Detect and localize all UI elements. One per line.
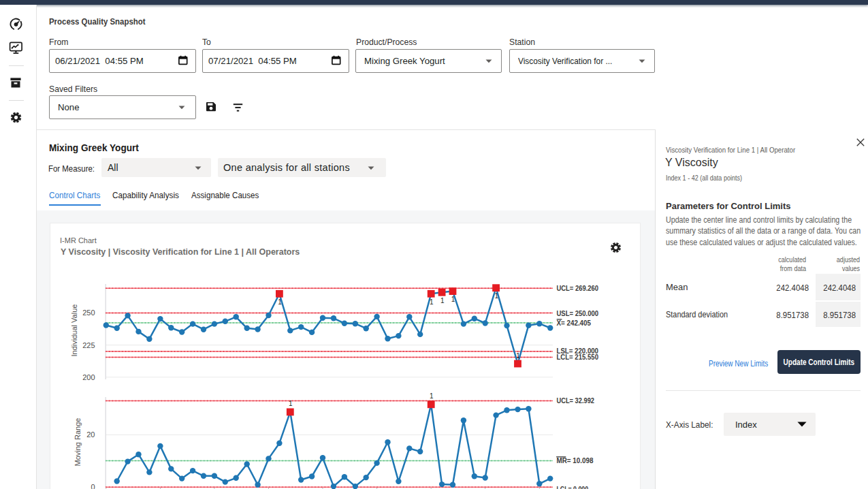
svg-text:Moving Range: Moving Range — [74, 418, 82, 467]
svg-text:200: 200 — [82, 373, 95, 381]
svg-text:1: 1 — [430, 298, 434, 306]
svg-text:LCL= 215.550: LCL= 215.550 — [557, 353, 599, 361]
svg-text:1: 1 — [278, 298, 282, 306]
svg-text:1: 1 — [430, 392, 434, 400]
svg-text:225: 225 — [82, 341, 95, 349]
svg-text:1: 1 — [516, 352, 520, 360]
svg-text:1: 1 — [440, 297, 445, 304]
svg-text:Individual Value: Individual Value — [70, 304, 78, 357]
svg-text:20: 20 — [86, 430, 95, 439]
svg-text:0: 0 — [91, 483, 95, 489]
svg-text:1: 1 — [451, 296, 455, 303]
svg-text:UCL= 269.260: UCL= 269.260 — [557, 284, 599, 292]
svg-text:USL= 250.000: USL= 250.000 — [557, 309, 599, 317]
svg-text:250: 250 — [82, 309, 95, 317]
svg-text:UCL= 32.992: UCL= 32.992 — [557, 396, 595, 405]
svg-text:1: 1 — [289, 400, 293, 407]
svg-text:MR= 10.098: MR= 10.098 — [557, 456, 594, 464]
svg-text:1: 1 — [494, 292, 498, 300]
svg-text:LCL= 0.000: LCL= 0.000 — [557, 485, 589, 489]
